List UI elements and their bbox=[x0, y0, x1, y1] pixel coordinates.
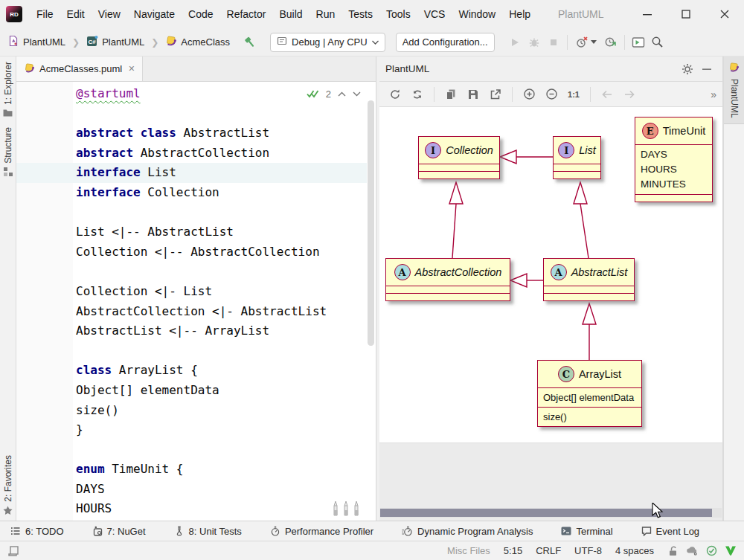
minimize-button[interactable] bbox=[628, 0, 667, 28]
code-line-13[interactable]: AbstractList <|-- ArrayList bbox=[16, 321, 367, 341]
forward-icon[interactable] bbox=[620, 86, 639, 103]
code-line-8[interactable]: List <|-- AbstractList bbox=[16, 222, 367, 242]
sidebar-item-explorer[interactable]: 1: Explorer bbox=[3, 57, 13, 122]
toolwindow-terminal[interactable]: Terminal bbox=[561, 526, 612, 537]
sidebar-item-plantuml[interactable]: PlantUML bbox=[724, 57, 744, 124]
code-line-11[interactable]: Collection <|- List bbox=[16, 282, 367, 302]
menu-item-navigate[interactable]: Navigate bbox=[127, 0, 182, 28]
profile-run-icon[interactable] bbox=[601, 33, 620, 52]
debug-button[interactable] bbox=[525, 33, 544, 52]
menu-item-run[interactable]: Run bbox=[310, 0, 342, 28]
toolwindow-event-log[interactable]: Event Log bbox=[641, 526, 700, 537]
menu-item-build[interactable]: Build bbox=[272, 0, 309, 28]
toolwindow-dynamic-program-analysis[interactable]: Dynamic Program Analysis bbox=[402, 526, 533, 537]
prev-warning-icon[interactable] bbox=[338, 91, 346, 97]
solution-analysis-icon[interactable] bbox=[725, 545, 737, 556]
inspections-status-icon[interactable] bbox=[706, 545, 717, 556]
menu-item-code[interactable]: Code bbox=[182, 0, 219, 28]
code-line-10[interactable] bbox=[16, 262, 367, 282]
breadcrumb-project[interactable]: PlantUML bbox=[102, 36, 144, 48]
code-line-22[interactable]: HOURS bbox=[16, 499, 367, 519]
menu-item-view[interactable]: View bbox=[92, 0, 127, 28]
inspections-widget[interactable]: 2 bbox=[304, 87, 364, 101]
code-line-5[interactable]: interface List bbox=[16, 163, 367, 183]
code-line-4[interactable]: abstract AbstractCollection bbox=[16, 144, 367, 164]
toolwindow-todo[interactable]: 6: TODO bbox=[10, 526, 64, 537]
toolwindow-toggle-icon[interactable] bbox=[7, 545, 19, 557]
uml-class-abstractcollection[interactable]: AAbstractCollection bbox=[385, 258, 510, 301]
code-line-7[interactable] bbox=[16, 203, 367, 223]
run-button[interactable] bbox=[505, 33, 525, 52]
code-text[interactable]: @startuml abstract class AbstractListabs… bbox=[16, 84, 367, 519]
code-line-6[interactable]: interface Collection bbox=[16, 183, 367, 203]
reload-all-icon[interactable] bbox=[408, 86, 427, 103]
code-line-18[interactable]: } bbox=[16, 420, 367, 440]
back-icon[interactable] bbox=[597, 86, 617, 103]
code-line-2[interactable] bbox=[16, 104, 367, 124]
more-actions-icon[interactable]: » bbox=[711, 88, 716, 100]
close-button[interactable] bbox=[705, 0, 744, 28]
stop-button[interactable] bbox=[544, 33, 563, 52]
uml-class-abstractlist[interactable]: AAbstractList bbox=[543, 258, 635, 301]
profiler-button[interactable] bbox=[571, 33, 601, 52]
code-editor[interactable]: @startuml abstract class AbstractListabs… bbox=[16, 82, 376, 521]
actual-size-button[interactable]: 1:1 bbox=[564, 86, 583, 103]
save-diagram-icon[interactable] bbox=[464, 86, 483, 103]
menu-item-edit[interactable]: Edit bbox=[60, 0, 92, 28]
uml-class-arraylist[interactable]: CArrayList Object[] elementData size() bbox=[537, 360, 642, 427]
editor-tab-acmeclasses[interactable]: AcmeClasses.puml ✕ bbox=[16, 57, 143, 81]
refresh-icon[interactable] bbox=[385, 86, 405, 103]
menu-item-help[interactable]: Help bbox=[502, 0, 537, 28]
next-warning-icon[interactable] bbox=[353, 91, 361, 97]
maximize-button[interactable] bbox=[667, 0, 705, 28]
code-line-9[interactable]: Collection <|-- AbstractCollection bbox=[16, 242, 367, 263]
uml-class-list[interactable]: IList bbox=[553, 136, 601, 179]
run-configuration-select[interactable]: Debug | Any CPU bbox=[270, 33, 385, 52]
hide-panel-icon[interactable] bbox=[697, 60, 716, 78]
editor-scrollbar[interactable] bbox=[368, 100, 374, 346]
menu-item-refactor[interactable]: Refactor bbox=[220, 0, 273, 28]
gear-icon[interactable] bbox=[678, 60, 697, 78]
toolwindow-nuget[interactable]: 7: NuGet bbox=[92, 526, 146, 537]
menu-item-tests[interactable]: Tests bbox=[341, 0, 379, 28]
breadcrumb-solution[interactable]: PlantUML bbox=[23, 36, 65, 48]
menu-item-window[interactable]: Window bbox=[452, 0, 502, 28]
code-line-21[interactable]: DAYS bbox=[16, 480, 367, 500]
code-line-3[interactable]: abstract class AbstractList bbox=[16, 123, 367, 144]
code-line-14[interactable] bbox=[16, 341, 367, 361]
copy-diagram-icon[interactable] bbox=[441, 86, 461, 103]
cloud-settings-icon[interactable] bbox=[686, 545, 699, 556]
status-indent[interactable]: 4 spaces bbox=[615, 545, 654, 556]
export-diagram-icon[interactable] bbox=[486, 86, 505, 103]
uml-diagram-canvas[interactable]: ICollection IList ETimeUnit DAYS HOURS M… bbox=[379, 107, 722, 443]
code-line-17[interactable]: size() bbox=[16, 401, 367, 421]
sidebar-item-favorites[interactable]: 2: Favorites bbox=[3, 450, 13, 521]
toolwindow-performance-profiler[interactable]: Performance Profiler bbox=[270, 526, 373, 537]
zoom-in-icon[interactable] bbox=[519, 86, 539, 103]
code-line-16[interactable]: Object[] elementData bbox=[16, 381, 367, 401]
uml-enum-timeunit[interactable]: ETimeUnit DAYS HOURS MINUTES bbox=[635, 117, 713, 202]
menu-item-vcs[interactable]: VCS bbox=[417, 0, 452, 28]
status-context[interactable]: Misc Files bbox=[447, 545, 490, 556]
menu-item-file[interactable]: File bbox=[30, 0, 60, 28]
search-everywhere-icon[interactable] bbox=[648, 33, 667, 52]
code-line-20[interactable]: enum TimeUnit { bbox=[16, 460, 367, 480]
horizontal-scrollbar[interactable] bbox=[380, 508, 722, 518]
zoom-out-icon[interactable] bbox=[542, 86, 561, 103]
status-line-separator[interactable]: CRLF bbox=[536, 545, 561, 556]
build-hammer-icon[interactable] bbox=[240, 33, 260, 52]
status-encoding[interactable]: UTF-8 bbox=[574, 545, 602, 556]
code-line-12[interactable]: AbstractCollection <|- AbstractList bbox=[16, 302, 367, 322]
code-line-19[interactable] bbox=[16, 440, 367, 460]
close-tab-icon[interactable]: ✕ bbox=[128, 64, 135, 74]
code-line-15[interactable]: class ArrayList { bbox=[16, 361, 367, 381]
uml-class-collection[interactable]: ICollection bbox=[418, 136, 500, 179]
sidebar-item-structure[interactable]: Structure bbox=[3, 122, 13, 181]
add-configuration-button[interactable]: Add Configuration... bbox=[396, 33, 495, 52]
breadcrumb-file[interactable]: AcmeClass bbox=[181, 36, 230, 48]
menu-item-tools[interactable]: Tools bbox=[379, 0, 417, 28]
status-caret-position[interactable]: 5:15 bbox=[504, 545, 522, 556]
toolwindow-unit-tests[interactable]: 8: Unit Tests bbox=[174, 526, 242, 537]
run-anything-icon[interactable] bbox=[629, 33, 648, 52]
lock-icon[interactable] bbox=[667, 545, 679, 556]
